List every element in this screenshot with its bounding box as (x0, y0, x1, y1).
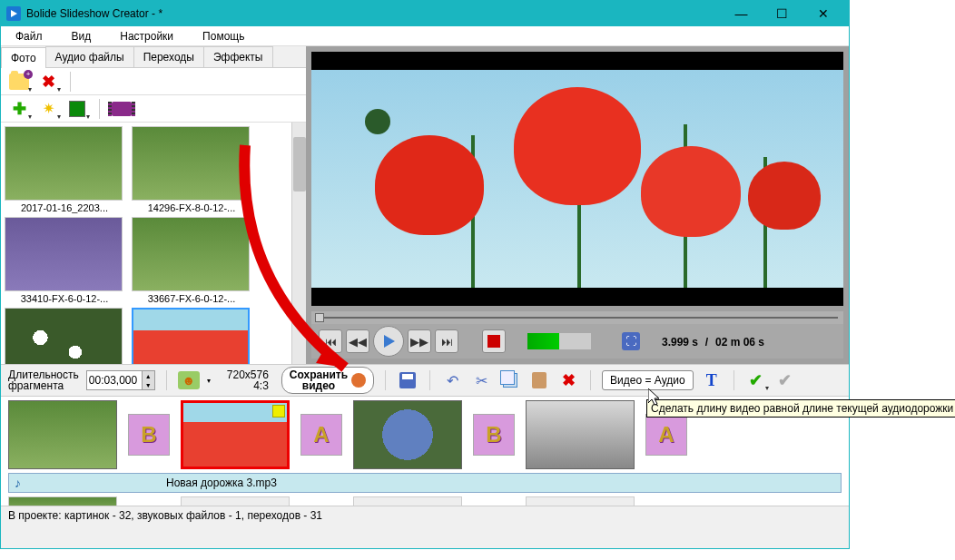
copy-button[interactable] (499, 369, 521, 391)
thumb-3[interactable] (5, 217, 123, 291)
delete-icon: ✖ (562, 370, 576, 390)
volume-slider[interactable] (527, 333, 591, 349)
timeline-slide-3[interactable] (353, 400, 462, 469)
thumb-4[interactable] (132, 217, 250, 291)
cursor-icon (648, 388, 663, 410)
preview-image (311, 70, 843, 288)
thumb-2[interactable] (132, 126, 250, 201)
menu-settings[interactable]: Настройки (114, 28, 179, 44)
face-detect-button[interactable] (178, 371, 200, 389)
timeline-transition-3[interactable]: B (473, 414, 515, 456)
highlight-button[interactable]: ✷▾ (37, 98, 59, 120)
maximize-button[interactable]: ☐ (762, 1, 802, 26)
audio-track[interactable]: ♪ Новая дорожка 3.mp3 (8, 473, 842, 493)
duration-down[interactable]: ▼ (142, 380, 154, 389)
minimize-button[interactable]: — (721, 1, 762, 26)
playback-bar: ⏮ ◀◀ ▶▶ ⏭ ⛶ 3.999 s / 02 m 06 s (311, 324, 843, 359)
apply-gray-button[interactable]: ✔ (774, 369, 796, 391)
paste-icon (532, 372, 546, 388)
check-icon: ✔ (749, 370, 763, 390)
star-icon: ✷ (43, 100, 54, 117)
copy-icon (503, 373, 517, 388)
undo-icon: ↶ (447, 372, 458, 389)
duration-label: Длительность фрагмента (8, 369, 79, 391)
thumbnail-area: 2017-01-16_2203... 14296-FX-8-0-12-... 3… (1, 123, 306, 364)
seek-bar[interactable] (311, 311, 843, 324)
media-toolbar-1: ▾ ✖▾ (1, 68, 306, 95)
record-icon (351, 373, 366, 388)
thumb-6[interactable] (132, 308, 250, 364)
duration-input[interactable] (87, 371, 142, 389)
preview-screen (311, 52, 843, 306)
seek-thumb[interactable] (315, 313, 324, 322)
statusbar: В проекте: картинок - 32, звуковых файло… (1, 506, 849, 524)
svg-marker-0 (11, 10, 17, 17)
prev-frame-button[interactable]: ◀◀ (346, 329, 369, 353)
disk-icon (399, 372, 416, 388)
menu-view[interactable]: Вид (66, 28, 97, 44)
apply-button[interactable]: ✔▾ (745, 369, 767, 391)
plus-icon: ✚ (13, 99, 26, 119)
color-button[interactable]: ▾ (66, 98, 88, 120)
goto-end-button[interactable]: ⏭ (435, 329, 458, 353)
thumb-scrollbar[interactable] (291, 123, 306, 364)
app-window: Bolide Slideshow Creator - * — ☐ ✕ Файл … (0, 0, 850, 549)
video-equals-audio-button[interactable]: Видео = Аудио (602, 370, 694, 390)
scroll-thumb[interactable] (293, 137, 306, 192)
timeline-slide-1[interactable] (8, 400, 117, 469)
tooltip-text: Сделать длину видео равной длине текущей… (651, 402, 953, 415)
timeline-slide-2[interactable] (181, 400, 290, 469)
timeline2-item-1[interactable] (8, 496, 117, 506)
svg-marker-1 (384, 335, 395, 348)
audio-track-label: Новая дорожка 3.mp3 (166, 476, 277, 489)
fullscreen-button[interactable]: ⛶ (622, 332, 640, 350)
timeline-toolbar: Длительность фрагмента ▲▼ ▾ 720x576 4:3 … (1, 364, 849, 397)
thumb-1[interactable] (5, 126, 123, 201)
timeline-transition-4[interactable]: A (645, 414, 687, 456)
tab-audio[interactable]: Аудио файлы (45, 46, 134, 67)
play-button[interactable] (373, 326, 404, 357)
menu-help[interactable]: Помощь (197, 28, 250, 44)
tab-effects[interactable]: Эффекты (203, 46, 273, 67)
thumb-3-label: 33410-FX-6-0-12-... (5, 291, 124, 306)
text-button[interactable]: T (701, 369, 723, 391)
main-area: Фото Аудио файлы Переходы Эффекты ▾ ✖▾ ✚… (1, 46, 849, 364)
paste-button[interactable] (528, 369, 550, 391)
stop-button[interactable] (482, 329, 506, 353)
timeline-transition-2[interactable]: A (300, 414, 342, 456)
remove-button[interactable]: ✖▾ (37, 71, 59, 93)
video-clip-button[interactable] (111, 98, 133, 120)
duration-spinner[interactable]: ▲▼ (86, 370, 155, 390)
left-pane: Фото Аудио файлы Переходы Эффекты ▾ ✖▾ ✚… (1, 46, 306, 364)
cut-button[interactable]: ✂ (470, 369, 492, 391)
time-display: 3.999 s / 02 m 06 s (662, 334, 764, 349)
close-button[interactable]: ✕ (802, 1, 843, 26)
thumb-2-label: 14296-FX-8-0-12-... (132, 201, 251, 215)
tab-photo[interactable]: Фото (1, 47, 46, 68)
text-icon: T (706, 371, 717, 390)
resolution-display: 720x576 4:3 (227, 369, 269, 391)
time-current: 3.999 s (662, 336, 698, 349)
goto-start-button[interactable]: ⏮ (319, 329, 342, 353)
separator (70, 72, 71, 92)
duration-up[interactable]: ▲ (142, 371, 154, 380)
add-button[interactable]: ✚▾ (8, 98, 30, 120)
menu-file[interactable]: Файл (10, 28, 48, 44)
tab-transitions[interactable]: Переходы (133, 46, 204, 67)
letterbox-bottom (311, 288, 843, 306)
check-gray-icon: ✔ (778, 370, 792, 390)
timeline2-item-2[interactable] (181, 496, 290, 506)
undo-button[interactable]: ↶ (441, 369, 463, 391)
next-frame-button[interactable]: ▶▶ (408, 329, 431, 353)
timeline-slide-4[interactable] (526, 400, 635, 469)
delete-button[interactable]: ✖ (557, 369, 579, 391)
status-text: В проекте: картинок - 32, звуковых файло… (8, 509, 322, 522)
timeline-transition-1[interactable]: B (128, 414, 170, 456)
timeline2-item-3[interactable] (353, 496, 462, 506)
timeline2-item-4[interactable] (526, 496, 635, 506)
thumb-5[interactable] (5, 308, 123, 364)
save-video-button[interactable]: Сохранить видео (281, 367, 374, 394)
color-swatch (69, 101, 85, 117)
add-folder-button[interactable]: ▾ (8, 71, 30, 93)
save-project-button[interactable] (397, 369, 418, 391)
